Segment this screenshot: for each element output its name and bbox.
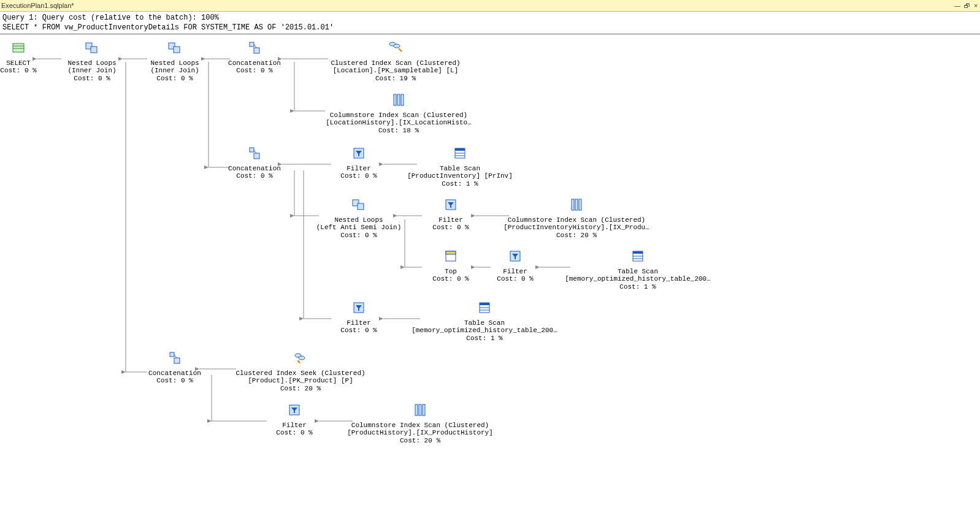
node-cost: Cost: 20 %	[346, 437, 494, 445]
filter-icon	[443, 197, 458, 212]
node-sub: [memory_optimized_history_table_200…	[564, 275, 711, 283]
node-title: Clustered Index Seek (Clustered)	[233, 370, 368, 378]
node-concatenation-1[interactable]: Concatenation Cost: 0 %	[199, 40, 310, 75]
node-title: Table Scan	[405, 165, 515, 173]
node-concatenation-2[interactable]: Concatenation Cost: 0 %	[199, 146, 310, 180]
restore-icon[interactable]: 🗗	[964, 2, 970, 9]
table-scan-icon	[477, 300, 492, 315]
svg-rect-39	[394, 94, 396, 105]
svg-rect-67	[170, 352, 174, 357]
node-title: Concatenation	[199, 165, 310, 173]
tab-bar: ExecutionPlan1.sqlplan* — 🗗 ×	[0, 0, 980, 12]
svg-rect-43	[254, 153, 259, 159]
columnstore-scan-icon	[413, 403, 427, 417]
concatenation-icon	[247, 40, 262, 55]
node-sub: [ProductInventory] [PrInv]	[405, 172, 515, 180]
columnstore-scan-icon	[569, 197, 584, 212]
table-scan-icon	[630, 249, 645, 264]
node-cost: Cost: 0 %	[120, 377, 230, 385]
node-title: Concatenation	[199, 59, 310, 67]
node-clustered-index-scan-location[interactable]: Clustered Index Scan (Clustered) [Locati…	[328, 40, 463, 83]
svg-rect-42	[250, 148, 254, 152]
node-cost: Cost: 0 %	[199, 172, 310, 180]
node-cost: Cost: 18 %	[325, 127, 472, 135]
svg-rect-32	[91, 47, 97, 53]
nested-loops-icon	[167, 40, 182, 55]
minimize-icon[interactable]: —	[954, 2, 960, 9]
node-title: Filter	[304, 165, 414, 173]
svg-point-70	[299, 356, 305, 360]
node-filter-2[interactable]: Filter Cost: 0 %	[396, 197, 506, 232]
tab-title[interactable]: ExecutionPlan1.sqlplan*	[1, 2, 74, 9]
top-icon	[443, 249, 458, 264]
node-sub: [memory_optimized_history_table_200…	[411, 327, 558, 335]
node-cost: Cost: 20 %	[503, 232, 650, 240]
filter-icon	[351, 300, 366, 315]
svg-rect-72	[415, 404, 418, 415]
filter-icon	[508, 249, 523, 264]
node-title: Columnstore Index Scan (Clustered)	[325, 112, 472, 120]
node-cost: Cost: 20 %	[233, 385, 368, 393]
node-sub: [ProductHistory].[IX_ProductHistory]	[346, 429, 494, 437]
concatenation-icon	[167, 351, 182, 365]
svg-rect-50	[358, 203, 364, 210]
node-cost: Cost: 1 %	[564, 283, 711, 291]
node-cost: Cost: 0 %	[304, 172, 414, 180]
header-line1: Query 1: Query cost (relative to the bat…	[2, 13, 219, 22]
filter-icon	[351, 146, 366, 161]
node-cost: Cost: 0 %	[239, 429, 350, 437]
svg-rect-53	[575, 199, 578, 210]
svg-rect-59	[633, 251, 643, 254]
close-icon[interactable]: ×	[974, 2, 978, 9]
node-title: Filter	[460, 268, 570, 276]
svg-rect-68	[174, 358, 180, 363]
node-cost: Cost: 0 %	[199, 67, 310, 75]
node-filter-4[interactable]: Filter Cost: 0 %	[304, 300, 414, 335]
window-controls: — 🗗 ×	[954, 2, 980, 9]
node-table-scan-prinv[interactable]: Table Scan [ProductInventory] [PrInv] Co…	[405, 146, 515, 188]
node-columnstore-scan-prinv[interactable]: Columnstore Index Scan (Clustered) [Prod…	[503, 197, 650, 240]
node-title: Filter	[396, 216, 506, 224]
svg-rect-64	[480, 303, 489, 305]
node-sub: [ProductInventoryHistory].[IX_Produ…	[503, 224, 650, 232]
node-title: Filter	[239, 422, 350, 430]
node-filter-1[interactable]: Filter Cost: 0 %	[304, 146, 414, 180]
svg-rect-28	[13, 44, 24, 52]
nested-loops-icon	[351, 197, 366, 212]
svg-rect-34	[174, 47, 180, 53]
node-cost: Cost: 0 %	[396, 224, 506, 232]
filter-icon	[287, 403, 302, 417]
svg-rect-73	[419, 404, 421, 415]
node-title: Columnstore Index Scan (Clustered)	[346, 422, 494, 430]
svg-rect-36	[254, 48, 259, 53]
svg-rect-40	[397, 94, 400, 105]
clustered-index-seek-icon	[293, 351, 308, 365]
svg-rect-52	[572, 199, 574, 210]
node-cost: Cost: 1 %	[405, 180, 515, 188]
node-title: Concatenation	[120, 370, 230, 378]
node-concatenation-3[interactable]: Concatenation Cost: 0 %	[120, 351, 230, 385]
node-filter-3[interactable]: Filter Cost: 0 %	[460, 249, 570, 283]
clustered-index-scan-icon	[388, 40, 403, 55]
node-cost: Cost: 0 %	[120, 75, 230, 83]
svg-rect-54	[579, 199, 581, 210]
node-cost: Cost: 0 %	[304, 232, 414, 240]
table-scan-icon	[453, 146, 467, 161]
svg-rect-35	[250, 42, 254, 47]
query-header: Query 1: Query cost (relative to the bat…	[0, 12, 980, 34]
node-table-scan-mem2[interactable]: Table Scan [memory_optimized_history_tab…	[411, 300, 558, 343]
columnstore-scan-icon	[391, 93, 406, 107]
node-columnstore-scan-product[interactable]: Columnstore Index Scan (Clustered) [Prod…	[346, 403, 494, 445]
svg-rect-41	[401, 94, 404, 105]
node-clustered-index-seek[interactable]: Clustered Index Seek (Clustered) [Produc…	[233, 351, 368, 393]
execution-plan-canvas[interactable]: SELECT Cost: 0 % Nested Loops (Inner Joi…	[0, 34, 980, 512]
select-icon	[11, 40, 26, 55]
node-filter-5[interactable]: Filter Cost: 0 %	[239, 403, 350, 437]
svg-rect-56	[446, 251, 456, 254]
svg-rect-74	[423, 404, 425, 415]
concatenation-icon	[247, 146, 262, 161]
node-columnstore-scan-location[interactable]: Columnstore Index Scan (Clustered) [Loca…	[325, 93, 472, 135]
node-sub: [LocationHistory].[IX_LocationHisto…	[325, 119, 472, 127]
node-table-scan-mem1[interactable]: Table Scan [memory_optimized_history_tab…	[564, 249, 711, 291]
node-title: Table Scan	[564, 268, 711, 276]
